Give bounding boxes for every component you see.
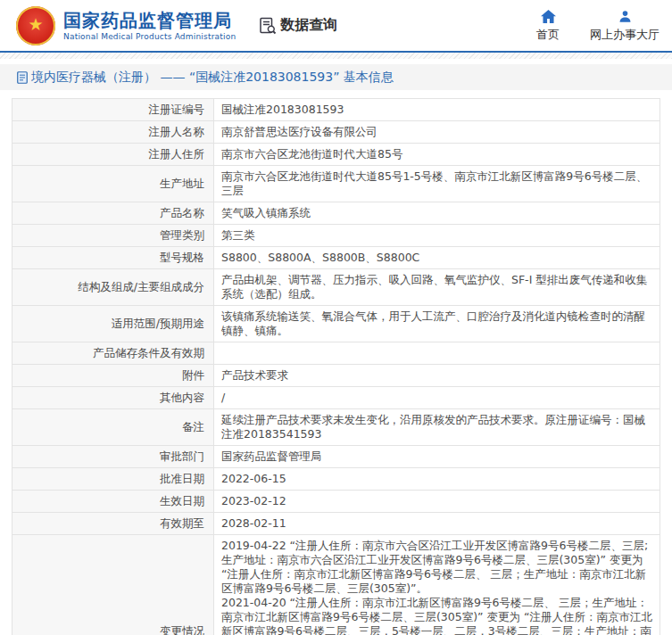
row-value: 2028-02-11 xyxy=(214,513,660,535)
user-icon xyxy=(618,9,632,23)
table-row: 结构及组成/主要组成成分产品由机架、调节器、压力指示、吸入回路、氧气监护仪、SF… xyxy=(12,269,660,306)
table-row: 变更情况2019-04-22 “注册人住所：南京市六合区沿江工业开发区博富路9号… xyxy=(12,535,660,635)
nav-data-query[interactable]: 数据查询 xyxy=(259,16,337,35)
row-value: 南京市六合区龙池街道时代大道85号1-5号楼、南京市江北新区博富路9号6号楼二层… xyxy=(214,166,660,202)
page: ★ 国家药品监督管理局 National Medical Products Ad… xyxy=(0,0,672,635)
table-row: 生效日期2023-02-12 xyxy=(12,491,660,513)
row-label: 产品储存条件及有效期 xyxy=(12,342,214,365)
row-value: 2023-02-12 xyxy=(214,491,660,513)
row-label: 变更情况 xyxy=(12,535,214,635)
nav-service-hall-label: 网上办事大厅 xyxy=(590,27,660,43)
row-label: 产品名称 xyxy=(12,202,214,225)
table-row: 生产地址南京市六合区龙池街道时代大道85号1-5号楼、南京市江北新区博富路9号6… xyxy=(12,166,660,202)
agency-name-cn: 国家药品监督管理局 xyxy=(63,10,236,31)
registration-info-table: 注册证编号国械注准20183081593注册人名称南京舒普思达医疗设备有限公司注… xyxy=(12,98,660,635)
row-label: 备注 xyxy=(12,409,214,446)
row-label: 生效日期 xyxy=(12,491,214,513)
agency-name-en: National Medical Products Administration xyxy=(63,31,236,42)
row-value: / xyxy=(214,387,660,409)
row-label: 适用范围/预期用途 xyxy=(12,306,214,342)
row-value xyxy=(214,342,660,365)
row-label: 管理类别 xyxy=(12,225,214,247)
page-icon xyxy=(17,71,28,84)
row-label: 注册人名称 xyxy=(12,121,214,144)
row-value: 延续注册产品技术要求未发生变化，沿用原核发的产品技术要求。原注册证编号：国械注准… xyxy=(214,409,660,446)
row-label: 其他内容 xyxy=(12,387,214,409)
row-value: 该镇痛系统输送笑、氧混合气体，用于人工流产、口腔治疗及消化道内镜检查时的清醒镇静… xyxy=(214,306,660,342)
row-value: 产品由机架、调节器、压力指示、吸入回路、氧气监护仪、SF-Ⅰ 型排出废气传递和收… xyxy=(214,269,660,306)
table-row: 产品储存条件及有效期 xyxy=(12,342,660,365)
table-row: 适用范围/预期用途该镇痛系统输送笑、氧混合气体，用于人工流产、口腔治疗及消化道内… xyxy=(12,306,660,342)
table-row: 附件产品技术要求 xyxy=(12,365,660,387)
table-row: 产品名称笑气吸入镇痛系统 xyxy=(12,202,660,225)
row-label: 型号规格 xyxy=(12,247,214,269)
row-value: 南京市六合区龙池街道时代大道85号 xyxy=(214,144,660,166)
table-row: 型号规格S8800、S8800A、S8800B、S8800C xyxy=(12,247,660,269)
table-row: 其他内容/ xyxy=(12,387,660,409)
row-label: 结构及组成/主要组成成分 xyxy=(12,269,214,306)
document-search-icon xyxy=(259,17,277,35)
breadcrumb: 境内医疗器械（注册） —— “国械注准20183081593” 基本信息 xyxy=(0,64,672,90)
row-value: 南京舒普思达医疗设备有限公司 xyxy=(214,121,660,144)
site-header: ★ 国家药品监督管理局 National Medical Products Ad… xyxy=(0,0,672,51)
nav-home-label: 首页 xyxy=(536,27,560,43)
star-icon: ★ xyxy=(28,16,43,33)
table-row: 管理类别第三类 xyxy=(12,225,660,247)
row-value: S8800、S8800A、S8800B、S8800C xyxy=(214,247,660,269)
table-row: 注册人住所南京市六合区龙池街道时代大道85号 xyxy=(12,144,660,166)
national-emblem-icon: ★ xyxy=(16,6,55,45)
table-row: 有效期至2028-02-11 xyxy=(12,513,660,535)
nav-service-hall[interactable]: 网上办事大厅 xyxy=(590,9,660,43)
table-row: 注册证编号国械注准20183081593 xyxy=(12,99,660,121)
texture-strip xyxy=(0,53,672,59)
row-label: 注册人住所 xyxy=(12,144,214,166)
nav-data-query-label: 数据查询 xyxy=(280,16,337,35)
row-label: 注册证编号 xyxy=(12,99,214,121)
row-value: 笑气吸入镇痛系统 xyxy=(214,202,660,225)
row-label: 审批部门 xyxy=(12,446,214,468)
agency-titles: 国家药品监督管理局 National Medical Products Admi… xyxy=(63,10,236,42)
row-value: 2019-04-22 “注册人住所：南京市六合区沿江工业开发区博富路9号6号楼二… xyxy=(214,535,660,635)
row-label: 批准日期 xyxy=(12,468,214,491)
row-label: 生产地址 xyxy=(12,166,214,202)
row-value: 产品技术要求 xyxy=(214,365,660,387)
row-label: 附件 xyxy=(12,365,214,387)
table-row: 批准日期2022-06-15 xyxy=(12,468,660,491)
row-value: 国家药品监督管理局 xyxy=(214,446,660,468)
table-row: 审批部门国家药品监督管理局 xyxy=(12,446,660,468)
main-content: 注册证编号国械注准20183081593注册人名称南京舒普思达医疗设备有限公司注… xyxy=(0,90,672,635)
table-row: 备注延续注册产品技术要求未发生变化，沿用原核发的产品技术要求。原注册证编号：国械… xyxy=(12,409,660,446)
agency-logo[interactable]: ★ 国家药品监督管理局 National Medical Products Ad… xyxy=(16,6,236,45)
row-value: 第三类 xyxy=(214,225,660,247)
table-row: 注册人名称南京舒普思达医疗设备有限公司 xyxy=(12,121,660,144)
home-icon xyxy=(541,9,556,23)
row-label: 有效期至 xyxy=(12,513,214,535)
nav-home[interactable]: 首页 xyxy=(536,9,560,43)
row-value: 国械注准20183081593 xyxy=(214,99,660,121)
breadcrumb-text: 境内医疗器械（注册） —— “国械注准20183081593” 基本信息 xyxy=(31,70,394,86)
row-value: 2022-06-15 xyxy=(214,468,660,491)
